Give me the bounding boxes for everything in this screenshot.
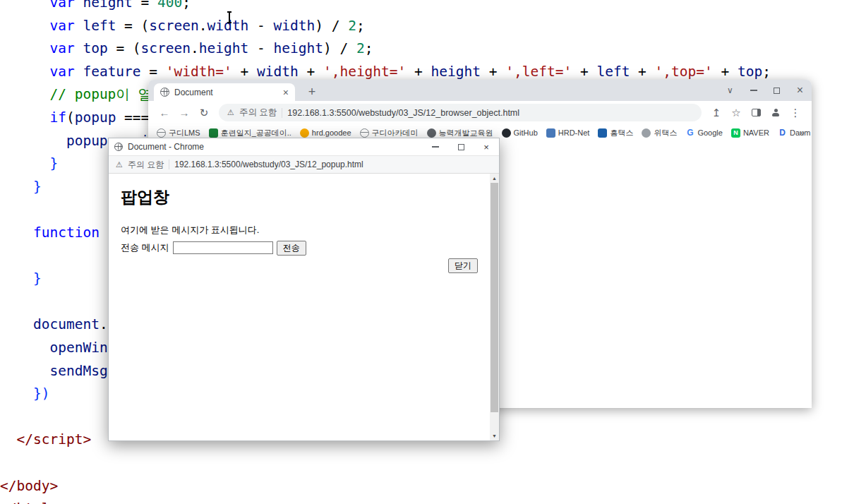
bookmark-item[interactable]: 구디아카데미 xyxy=(360,128,419,138)
code-line: sendMsg xyxy=(49,362,107,380)
tab-search-icon[interactable]: ∨ xyxy=(718,80,742,101)
code-line: }) xyxy=(33,385,49,403)
bookmark-item[interactable]: HRD-Net xyxy=(546,128,590,138)
bookmark-label: 능력개발교육원 xyxy=(439,128,493,138)
reload-icon[interactable]: ↻ xyxy=(195,104,213,122)
bookmark-item[interactable]: NNAVER xyxy=(731,128,769,138)
popup-titlebar[interactable]: Document - Chrome × xyxy=(109,138,499,155)
code-token: 400 xyxy=(157,0,182,11)
code-token: ; xyxy=(182,0,191,11)
bookmark-item[interactable]: 홈택스 xyxy=(598,128,633,138)
bookmark-item[interactable]: 위택스 xyxy=(642,128,677,138)
forward-icon[interactable]: → xyxy=(175,104,193,122)
bookmark-favicon-icon xyxy=(360,128,369,138)
code-line: } xyxy=(33,178,42,196)
address-divider xyxy=(282,108,282,118)
bookmark-item[interactable]: DDaum xyxy=(778,128,810,138)
close-button[interactable]: × xyxy=(788,80,812,101)
code-token: } xyxy=(33,270,42,287)
profile-icon[interactable] xyxy=(766,104,785,122)
bookmark-favicon-icon xyxy=(300,128,309,138)
code-token: </html> xyxy=(0,500,58,504)
popup-maximize-button[interactable] xyxy=(448,138,474,155)
code-line: function xyxy=(33,224,100,242)
code-token: popup xyxy=(75,109,116,126)
code-line: var top = (screen.height - height) / 2; xyxy=(49,40,373,58)
code-token: popup xyxy=(66,133,108,149)
code-token: 'width=' xyxy=(166,64,232,80)
bookmark-item[interactable]: 구디LMS xyxy=(157,128,200,138)
code-token: height xyxy=(431,64,481,80)
menu-icon[interactable]: ⋮ xyxy=(786,104,805,122)
bookmark-item[interactable]: hrd.goodee xyxy=(300,128,351,138)
code-token: // popup이 열 xyxy=(49,86,152,102)
code-token: openWin xyxy=(49,340,107,356)
code-token: = ( xyxy=(108,40,141,56)
code-token: screen xyxy=(149,18,198,34)
popup-scrollbar[interactable]: ▲ ▼ xyxy=(490,174,499,440)
bookmark-label: 위택스 xyxy=(654,128,677,138)
bookmark-item[interactable]: GitHub xyxy=(502,128,538,138)
popup-minimize-button[interactable] xyxy=(423,138,448,155)
code-token: + xyxy=(713,64,738,80)
popup-page-content: 팝업창 여기에 받은 메시지가 표시됩니다. 전송 메시지 전송 닫기 ▲ ▼ xyxy=(109,174,499,440)
scrollbar-thumb[interactable] xyxy=(491,183,498,412)
code-token: = xyxy=(141,64,166,80)
popup-address-bar: ⚠ 주의 요함 192.168.1.3:5500/webstudy/03_JS/… xyxy=(109,155,499,174)
close-popup-button[interactable]: 닫기 xyxy=(448,258,478,273)
tab-close-icon[interactable]: × xyxy=(283,88,289,97)
scroll-down-icon[interactable]: ▼ xyxy=(490,431,499,440)
code-line: var height = 400; xyxy=(49,0,191,12)
minimize-button[interactable] xyxy=(742,80,765,101)
code-token: = xyxy=(133,0,157,11)
code-token: - xyxy=(248,40,273,56)
new-tab-button[interactable]: + xyxy=(302,83,322,101)
maximize-button[interactable] xyxy=(765,80,788,101)
side-panel-glyph xyxy=(752,109,761,116)
navigation-bar: ← → ↻ ⚠ 주의 요함 192.168.1.3:5500/webstudy/… xyxy=(148,101,812,124)
code-token: ) / xyxy=(323,40,356,56)
maximize-icon xyxy=(458,144,464,150)
bookmark-item[interactable]: 능력개발교육원 xyxy=(427,128,493,138)
bookmarks-overflow-icon[interactable]: » xyxy=(800,127,805,138)
tab-document[interactable]: Document × xyxy=(154,83,295,101)
bookmark-star-icon[interactable]: ☆ xyxy=(727,104,745,122)
code-token: left xyxy=(83,18,116,34)
message-display-text: 여기에 받은 메시지가 표시됩니다. xyxy=(121,224,478,236)
back-icon[interactable]: ← xyxy=(155,104,174,122)
minimize-icon xyxy=(432,146,439,147)
code-token: + xyxy=(630,64,654,80)
code-token: var xyxy=(49,40,83,56)
code-line: </script> xyxy=(16,431,91,449)
warning-icon: ⚠ xyxy=(227,109,234,116)
scroll-up-icon[interactable]: ▲ xyxy=(490,174,499,183)
side-panel-icon[interactable] xyxy=(747,104,765,122)
address-bar[interactable]: ⚠ 주의 요함 192.168.1.3:5500/webstudy/03_JS/… xyxy=(219,104,702,121)
popup-close-button[interactable]: × xyxy=(474,138,499,155)
send-button[interactable]: 전송 xyxy=(277,241,306,256)
code-token: </script> xyxy=(16,431,91,448)
bookmark-favicon-icon xyxy=(642,128,651,138)
code-token: height xyxy=(274,40,323,56)
bookmark-item[interactable]: GGoogle xyxy=(685,128,722,138)
code-token: - xyxy=(248,18,273,34)
code-token: === xyxy=(116,109,149,126)
code-line: openWin xyxy=(49,339,107,357)
minimize-icon xyxy=(750,90,757,90)
bookmark-item[interactable]: 훈련일지_공공데이.. xyxy=(209,128,291,138)
bookmark-favicon-icon xyxy=(598,128,607,138)
bookmark-label: NAVER xyxy=(743,128,769,137)
bookmark-label: 구디LMS xyxy=(169,128,200,138)
bookmark-label: 훈련일지_공공데이.. xyxy=(221,128,291,138)
share-icon[interactable]: ↥ xyxy=(707,104,726,122)
code-token: height xyxy=(83,0,132,11)
code-token: var xyxy=(49,64,83,80)
code-line: var feature = 'width=' + width + ',heigh… xyxy=(49,63,771,81)
code-token: . xyxy=(100,316,108,332)
send-message-input[interactable] xyxy=(173,241,273,254)
bookmark-favicon-icon: G xyxy=(685,128,694,138)
code-token: ( xyxy=(66,109,75,126)
code-token: = ( xyxy=(116,18,149,34)
bookmark-label: 구디아카데미 xyxy=(372,128,419,138)
code-token: width xyxy=(257,64,299,80)
